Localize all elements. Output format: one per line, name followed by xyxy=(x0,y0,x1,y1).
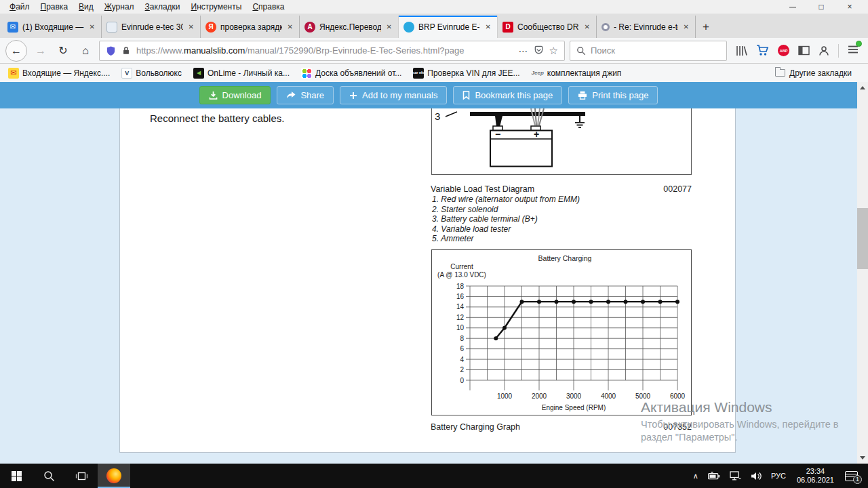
menu-item[interactable]: Справка xyxy=(247,1,290,13)
url-text: https://www.manualslib.com/manual/175299… xyxy=(136,45,513,56)
add-to-manuals-button[interactable]: Add to my manuals xyxy=(340,86,447,104)
print-page-button[interactable]: Print this page xyxy=(568,86,658,104)
tab-close-button[interactable]: ✕ xyxy=(385,22,393,31)
forward-button[interactable]: → xyxy=(32,42,50,60)
menu-item[interactable]: Журнал xyxy=(99,1,140,13)
svg-text:Current: Current xyxy=(450,263,473,270)
svg-text:12: 12 xyxy=(456,314,465,321)
volume-icon[interactable] xyxy=(746,464,766,488)
toolbar-icons: ABP xyxy=(732,44,863,58)
tab-close-button[interactable]: ✕ xyxy=(187,22,195,31)
tab[interactable]: BRP Evinrude E-TEC Seri✕ xyxy=(399,16,498,38)
bookmark-item[interactable]: VВольволюкс xyxy=(121,68,182,79)
search-input[interactable] xyxy=(591,45,720,56)
manual-page: Reconnect the battery cables. 3 xyxy=(119,108,736,453)
download-button[interactable]: Download xyxy=(199,86,271,104)
home-button[interactable]: ⌂ xyxy=(77,42,94,60)
back-button[interactable]: ← xyxy=(5,40,27,62)
tab[interactable]: Япроверка зарядки акб е✕ xyxy=(201,16,300,38)
menu-hamburger-icon[interactable] xyxy=(848,45,859,57)
battery-negative-terminal-label: − xyxy=(495,129,500,140)
tab-label: (1) Входящие — Рамбле xyxy=(22,22,84,32)
page-actions-icon[interactable]: ⋯ xyxy=(519,45,528,56)
system-tray: ∧ РУ xyxy=(688,464,868,488)
bookmark-item[interactable]: Jeepкомплектация джип xyxy=(532,68,622,79)
manualslib-action-bar: Download Share Add to my manuals Bookmar… xyxy=(0,82,857,108)
adblock-icon[interactable]: ABP xyxy=(778,45,789,56)
tab[interactable]: Evinrude e-tec 30 напря✕ xyxy=(102,16,201,38)
task-view-button[interactable] xyxy=(65,464,98,488)
taskbar-left xyxy=(0,464,130,488)
start-button[interactable] xyxy=(0,464,33,488)
tab[interactable]: DСообщество DRIVE2 Во✕ xyxy=(498,16,597,38)
minimize-button[interactable] xyxy=(778,0,807,14)
vertical-scrollbar[interactable] xyxy=(857,82,868,464)
tab-close-button[interactable]: ✕ xyxy=(682,22,690,31)
tab-close-button[interactable]: ✕ xyxy=(286,22,294,31)
bookmark-item[interactable]: ✉Входящие — Яндекс.... xyxy=(8,68,110,79)
bookmark-star-icon[interactable]: ☆ xyxy=(549,45,558,57)
battery-diagram-drawing: 3 − + xyxy=(432,108,691,174)
menu-item[interactable]: Файл xyxy=(4,1,35,13)
new-tab-button[interactable]: + xyxy=(696,16,716,38)
taskbar-clock[interactable]: 23:34 06.06.2021 xyxy=(791,464,840,488)
svg-text:Engine Speed (RPM): Engine Speed (RPM) xyxy=(542,404,606,411)
taskbar-time: 23:34 xyxy=(806,467,825,476)
svg-text:16: 16 xyxy=(456,293,465,300)
menu-item[interactable]: Закладки xyxy=(140,1,186,13)
scrollbar-up-arrow[interactable] xyxy=(860,86,865,89)
tracking-protection-shield-icon[interactable] xyxy=(106,45,116,56)
menu-item[interactable]: Вид xyxy=(73,1,99,13)
svg-text:14: 14 xyxy=(456,303,465,310)
action-center-button[interactable]: 1 xyxy=(840,464,868,488)
svg-text:4: 4 xyxy=(460,356,464,363)
close-button[interactable]: × xyxy=(835,0,864,14)
svg-text:8: 8 xyxy=(460,335,464,342)
library-icon[interactable] xyxy=(736,45,747,56)
other-bookmarks-button[interactable]: Другие закладки xyxy=(775,68,852,78)
menu-item[interactable]: Правка xyxy=(35,1,74,13)
forum-icon xyxy=(601,23,610,31)
bookmark-label: комплектация джип xyxy=(547,68,622,78)
sidebar-icon[interactable] xyxy=(798,45,810,56)
scrollbar-down-arrow[interactable] xyxy=(860,456,865,460)
diagram-legend-item: 3. Battery cable terminal (B+) xyxy=(432,214,580,224)
url-bar[interactable]: https://www.manualslib.com/manual/175299… xyxy=(99,41,565,61)
bookmark-label: Доска объявлений от... xyxy=(315,68,401,78)
language-indicator[interactable]: РУС xyxy=(766,464,791,488)
diagram-legend: 1. Red wire (alternator output from EMM)… xyxy=(432,195,580,244)
tab[interactable]: АЯндекс.Переводчик – с✕ xyxy=(300,16,399,38)
bookmark-item[interactable]: car nfoПроверка VIN для JEE... xyxy=(413,68,519,79)
cart-icon[interactable] xyxy=(756,45,769,56)
battery-icon[interactable] xyxy=(703,464,725,488)
share-button[interactable]: Share xyxy=(277,86,334,104)
taskbar-search-button[interactable] xyxy=(33,464,65,488)
reload-button[interactable]: ↻ xyxy=(54,42,72,60)
network-icon[interactable] xyxy=(725,464,746,488)
bookmark-item[interactable]: ◀OnLime - Личный ка... xyxy=(193,68,290,79)
share-icon xyxy=(286,92,296,100)
maximize-button[interactable]: □ xyxy=(807,0,835,14)
search-box[interactable] xyxy=(570,41,727,61)
pocket-icon[interactable] xyxy=(534,45,544,56)
tab-close-button[interactable]: ✕ xyxy=(484,22,492,31)
tab-strip: ✉(1) Входящие — Рамбле✕Evinrude e-tec 30… xyxy=(3,16,696,38)
onlime-icon: ◀ xyxy=(193,68,204,79)
menu-item[interactable]: Инструменты xyxy=(186,1,248,13)
bookmark-label: Проверка VIN для JEE... xyxy=(427,68,519,78)
account-icon[interactable] xyxy=(818,45,829,56)
svg-text:6: 6 xyxy=(460,345,464,352)
tray-chevron-icon[interactable]: ∧ xyxy=(688,464,703,488)
manualslib-icon xyxy=(403,22,414,33)
tab[interactable]: - Re: Evinrude e-tec 30 н✕ xyxy=(597,16,696,38)
diagram-legend-item: 2. Starter solenoid xyxy=(432,205,580,215)
scrollbar-thumb[interactable] xyxy=(857,208,868,269)
bookmark-item[interactable]: Доска объявлений от... xyxy=(301,68,401,79)
taskbar-firefox-button[interactable] xyxy=(98,464,130,488)
bookmark-page-button[interactable]: Bookmark this page xyxy=(453,86,562,104)
print-page-label: Print this page xyxy=(592,90,648,100)
tab-close-button[interactable]: ✕ xyxy=(88,22,96,31)
tab-close-button[interactable]: ✕ xyxy=(583,22,591,31)
tab[interactable]: ✉(1) Входящие — Рамбле✕ xyxy=(3,16,102,38)
url-path: /manual/1752990/Brp-Evinrude-E-Tec-Serie… xyxy=(245,45,464,56)
